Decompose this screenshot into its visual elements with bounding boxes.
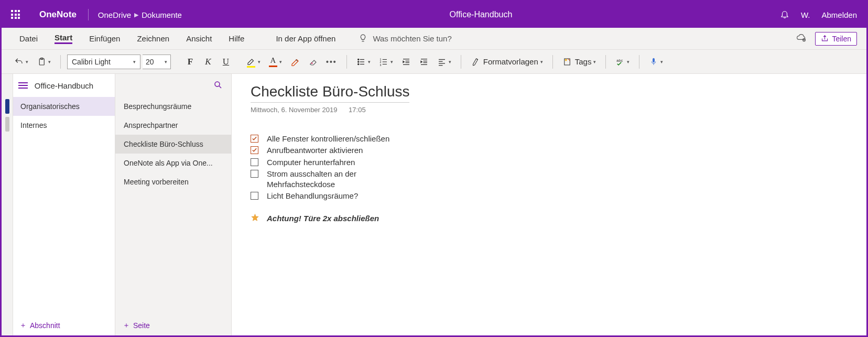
checklist-text[interactable]: Computer herunterfahren [267,157,355,168]
indent-button[interactable] [416,54,432,70]
styles-label: Formatvorlagen [483,57,538,66]
checklist-text[interactable]: Anrufbeantworter aktivieren [267,145,363,156]
tell-me-placeholder: Was möchten Sie tun? [373,34,451,43]
svg-text:abc: abc [617,58,623,63]
font-size-select[interactable]: 20 ▾ [143,55,171,69]
spellcheck-button[interactable]: abc ▾ [612,54,633,70]
font-family-select[interactable]: Calibri Light ▾ [67,55,140,69]
ribbon-tab-zeichnen[interactable]: Zeichnen [128,28,178,50]
chevron-down-icon: ▾ [279,59,282,64]
page-item[interactable]: Checkliste Büro-Schluss [115,135,231,154]
notebook-title[interactable]: Office-Handbuch [28,81,100,90]
checkbox-icon[interactable] [251,192,258,200]
checklist-item[interactable]: Computer herunterfahren [251,157,848,168]
notebook-chip[interactable] [5,117,9,132]
toolbar: ▾ ▾ Calibri Light ▾ 20 ▾ F K U ▾ A ▾ ••• [2,50,866,74]
checklist-text[interactable]: Alle Fenster kontrollieren/schließen [267,134,389,144]
checklist-text[interactable]: Licht Behandlungsräume? [267,191,358,201]
menu-icon[interactable] [18,82,28,89]
undo-button[interactable]: ▾ [11,54,31,70]
search-icon[interactable] [213,80,223,91]
dictate-button[interactable]: ▾ [646,54,666,70]
page-item[interactable]: Besprechungsräume [115,97,231,116]
breadcrumb-item[interactable]: OneDrive [98,10,131,19]
add-page-button[interactable]: ＋ Seite [115,316,231,335]
svg-point-4 [357,61,359,62]
ribbon-tab-ansicht[interactable]: Ansicht [178,28,220,50]
pages-panel: BesprechungsräumeAnsprechpartnerChecklis… [115,74,232,335]
section-item[interactable]: Organisatorisches [13,97,115,116]
bold-button[interactable]: F [182,54,198,70]
checklist-text[interactable]: Strom ausschalten an der Mehrfachsteckdo… [267,169,414,190]
chevron-down-icon: ▾ [449,59,451,64]
chevron-down-icon: ▾ [26,59,28,64]
checklist-item[interactable]: Strom ausschalten an der Mehrfachsteckdo… [251,169,848,190]
divider [639,55,639,69]
share-button[interactable]: Teilen [815,32,857,46]
chevron-down-icon: ▾ [627,59,630,64]
titlebar: OneNote OneDrive ▶ Dokumente Office-Hand… [2,2,866,28]
document-title: Office-Handbuch [182,10,780,19]
open-in-app-button[interactable]: In der App öffnen [267,28,344,50]
tell-me-search[interactable]: Was möchten Sie tun? [359,34,451,44]
clipboard-button[interactable]: ▾ [34,54,54,70]
numbering-button[interactable]: 123 ▾ [376,54,396,70]
note-title[interactable]: Checkliste Büro-Schluss [251,83,409,103]
breadcrumb-item[interactable]: Dokumente [142,10,182,19]
checkbox-icon[interactable] [251,158,258,166]
checkbox-icon[interactable] [251,135,258,143]
divider [60,55,61,69]
signout-link[interactable]: Abmelden [821,10,857,19]
notebook-rail [2,74,13,335]
more-options-button[interactable]: ••• [323,54,340,70]
chevron-down-icon: ▾ [165,59,167,64]
cloud-sync-icon[interactable] [796,32,807,45]
italic-button[interactable]: K [200,54,216,70]
svg-point-30 [215,82,220,86]
star-icon [251,213,259,224]
ribbon-tab-datei[interactable]: Datei [11,28,46,50]
notebook-chip[interactable] [5,99,9,114]
svg-line-31 [219,86,221,88]
checklist: Alle Fenster kontrollieren/schließenAnru… [251,134,848,202]
page-item[interactable]: Ansprechpartner [115,116,231,135]
checklist-item[interactable]: Licht Behandlungsräume? [251,191,848,201]
checklist-item[interactable]: Anrufbeantworter aktivieren [251,145,848,156]
highlight-button[interactable]: ▾ [243,54,264,70]
ribbon-tab-hilfe[interactable]: Hilfe [220,28,253,50]
page-item[interactable]: OneNote als App via One... [115,154,231,172]
align-button[interactable]: ▾ [434,54,454,70]
breadcrumb: OneDrive ▶ Dokumente [98,10,182,19]
section-item[interactable]: Internes [13,116,115,135]
note-timestamp: Mittwoch, 6. November 2019 17:05 [251,106,848,114]
chevron-down-icon: ▾ [258,59,261,64]
checkbox-icon[interactable] [251,170,258,178]
eraser-button[interactable] [305,54,321,70]
checklist-item[interactable]: Alle Fenster kontrollieren/schließen [251,134,848,144]
lightbulb-icon [359,34,367,44]
size-value: 20 [146,58,154,66]
chevron-down-icon: ▾ [660,59,663,64]
ribbon-tab-einfügen[interactable]: Einfügen [81,28,128,50]
warning-text[interactable]: Achtung! Türe 2x abschließen [267,214,379,223]
divider [461,55,461,69]
checkbox-icon[interactable] [251,146,258,154]
outdent-button[interactable] [398,54,414,70]
ribbon-tabs: DateiStartEinfügenZeichnenAnsichtHilfe I… [2,28,866,50]
tags-button[interactable]: Tags ▾ [559,54,600,70]
user-initial[interactable]: W. [801,10,810,19]
styles-button[interactable]: Formatvorlagen ▾ [468,54,546,70]
divider [552,55,553,69]
bullets-button[interactable]: ▾ [353,54,374,70]
page-item[interactable]: Meeting vorbereiten [115,172,231,191]
notifications-icon[interactable] [780,9,789,20]
clear-formatting-button[interactable] [287,54,303,70]
ribbon-tab-start[interactable]: Start [46,28,81,50]
note-date: Mittwoch, 6. November 2019 [251,106,337,114]
note-canvas[interactable]: Checkliste Büro-Schluss Mittwoch, 6. Nov… [232,74,866,335]
font-color-button[interactable]: A ▾ [266,54,285,70]
underline-button[interactable]: U [218,54,234,70]
app-launcher-icon[interactable] [11,10,20,19]
add-section-button[interactable]: ＋ Abschnitt [13,316,115,335]
app-name[interactable]: OneNote [39,9,77,20]
